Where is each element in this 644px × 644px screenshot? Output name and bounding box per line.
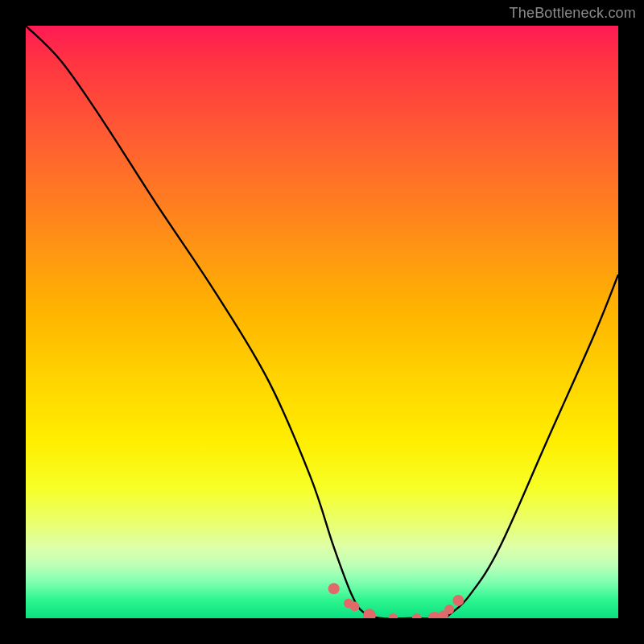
- optimal-marker: [328, 583, 340, 594]
- optimal-marker: [350, 601, 360, 611]
- optimal-marker: [412, 613, 422, 618]
- optimal-marker: [363, 609, 376, 618]
- chart-frame: TheBottleneck.com: [0, 0, 644, 644]
- optimal-marker: [388, 613, 398, 618]
- bottleneck-curve: [26, 26, 618, 618]
- optimal-marker: [444, 605, 454, 614]
- curve-layer: [26, 26, 618, 618]
- plot-area: [26, 26, 618, 618]
- watermark-label: TheBottleneck.com: [510, 5, 636, 22]
- optimal-marker: [452, 595, 464, 606]
- curve-path: [26, 26, 618, 618]
